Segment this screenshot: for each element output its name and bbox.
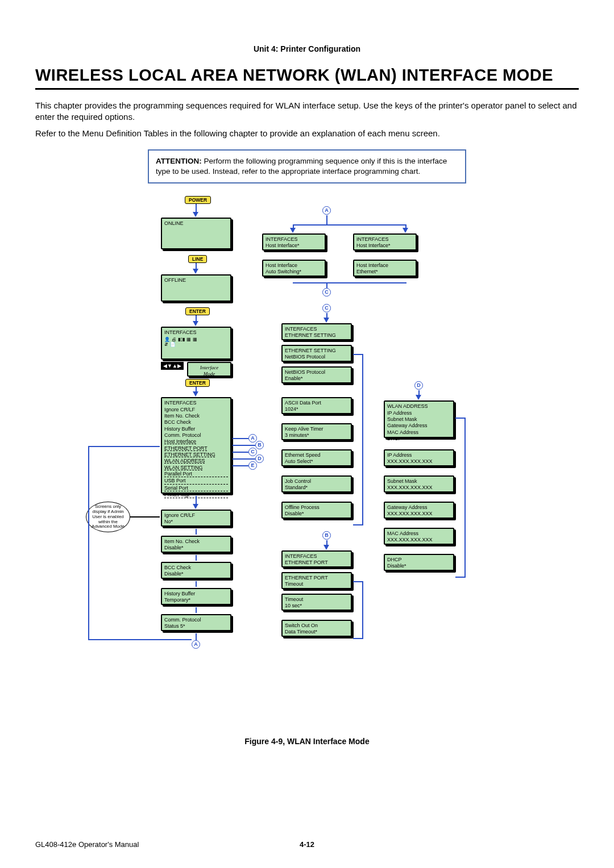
page-title: WIRELESS LOCAL AREA NETWORK (WLAN) INTER… (35, 66, 579, 90)
circle-c-start: C (322, 304, 331, 312)
circle-b-ref: B (255, 441, 264, 449)
nav-arrows: ◀▼▲▶ (161, 362, 184, 370)
intro-paragraph-1: This chapter provides the programming se… (35, 100, 579, 123)
network-icon: ⇵ (164, 342, 168, 347)
col2r-interfaces-1: INTERFACESHost Interface* (353, 233, 417, 251)
d-mac: MAC AddressXXX.XXX.XXX.XXX (384, 528, 454, 545)
circle-d-start: D (414, 381, 423, 390)
circle-c-ref: C (248, 448, 257, 456)
circle-a-top: A (322, 206, 331, 215)
interfaces-icons-screen: INTERFACES 👤 🖨 ▮▯▮ ▦ ▦ ⇵ 📄 (161, 327, 231, 360)
figure-caption: Figure 4-9, WLAN Interface Mode (35, 737, 579, 746)
d-dhcp: DHCPDisable* (384, 554, 454, 571)
enter-button-2: ENTER (185, 379, 210, 387)
d-gateway: Gateway AddressXXX.XXX.XXX.XXX (384, 502, 454, 519)
d-subnet: Subnet MaskXXX.XXX.XXX.XXX (384, 475, 454, 493)
flowchart-diagram: POWER ONLINE LINE OFFLINE ENTER INTERFAC… (65, 196, 549, 730)
col2-interfaces-1: INTERFACESHost Interface* (262, 233, 326, 251)
page-icon: 📄 (170, 342, 176, 347)
d-ip: IP AddressXXX.XXX.XXX.XXX (384, 449, 454, 466)
comm-protocol-screen: Comm. ProtocolStatus 5* (161, 614, 231, 631)
enter-button-1: ENTER (185, 307, 210, 315)
unit-header: Unit 4: Printer Configuration (35, 44, 579, 53)
col2-hostif-auto: Host InterfaceAuto Switching* (262, 260, 326, 277)
offline-screen: OFFLINE (161, 274, 231, 302)
c-ethsetting: ETHERNET SETTINGNetBIOS Protocol (281, 345, 352, 362)
attention-lead: ATTENTION: (156, 157, 202, 165)
history-buffer-screen: History BufferTemporary* (161, 588, 231, 605)
c-keepalive: Keep Alive Timer3 minutes* (281, 423, 352, 440)
barcode-icon: ▮▯▮ (178, 337, 185, 342)
power-button: POWER (185, 196, 211, 204)
zpl-icon: ▦ (186, 337, 191, 342)
footer-manual-name: GL408-412e Operator's Manual (35, 840, 139, 849)
c-netbios: NetBIOS ProtocolEnable* (281, 366, 352, 383)
circle-b-start: B (322, 531, 331, 540)
c-jobctl: Job ControlStandard* (281, 475, 352, 493)
circle-c-top: C (322, 288, 331, 297)
ignore-crlf-screen: Ignore CR/LFNo* (161, 510, 231, 527)
admin-note-oval: Screens only display if Admin User is en… (86, 502, 130, 532)
d-wlan-address: WLAN ADDRESS IP Address Subnet Mask Gate… (384, 400, 454, 438)
c-interfaces: INTERFACESETHERNET SETTING (281, 323, 352, 340)
interfaces-menu: INTERFACES Ignore CR/LF Item No. Check B… (161, 397, 231, 494)
line-button: LINE (188, 255, 207, 263)
b-ethport: ETHERNET PORTTimeout (281, 572, 352, 589)
item-no-check-screen: Item No. CheckDisable* (161, 536, 231, 553)
circle-a-return: A (192, 640, 200, 649)
b-timeout: Timeout10 sec* (281, 594, 352, 611)
b-interfaces: INTERFACESETHERNET PORT (281, 550, 352, 567)
intro-paragraph-2: Refer to the Menu Definition Tables in t… (35, 128, 579, 139)
circle-a-ref: A (248, 434, 257, 443)
c-ethspeed: Ethernet SpeedAuto Select* (281, 449, 352, 466)
attention-box: ATTENTION: Perform the following program… (148, 149, 466, 183)
b-switchout: Switch Out OnData Timeout* (281, 620, 352, 637)
col2r-hostif-eth: Host InterfaceEthernet* (353, 260, 417, 277)
printer-icon: 🖨 (172, 337, 176, 342)
user-icon: 👤 (164, 337, 170, 342)
circle-e-ref: E (248, 461, 257, 470)
sbpl-icon: ▦ (193, 337, 197, 342)
online-screen: ONLINE (161, 218, 231, 249)
bcc-check-screen: BCC CheckDisable* (161, 562, 231, 579)
c-offline: Offline ProcessDisable* (281, 502, 352, 519)
c-ascii: ASCII Data Port1024* (281, 397, 352, 414)
circle-d-ref: D (255, 454, 264, 463)
interface-mode-label: InterfaceMode (187, 362, 231, 377)
